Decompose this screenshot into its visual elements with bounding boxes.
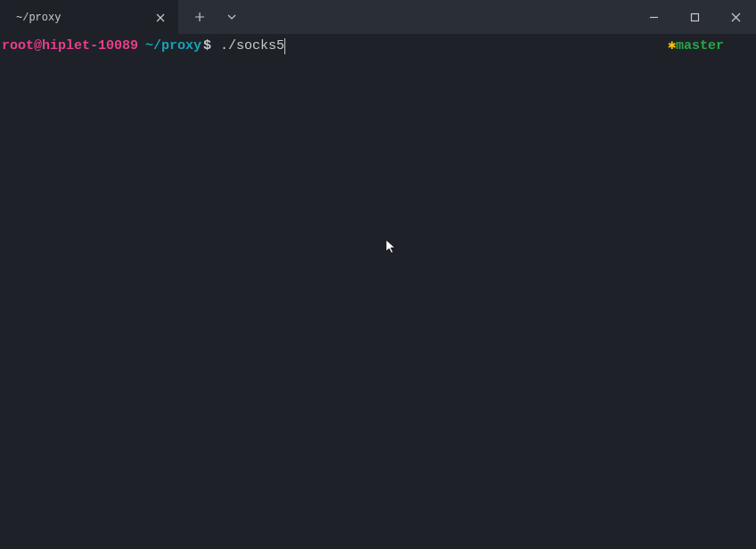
svg-rect-0 [691,13,698,20]
branch-name: master [676,38,724,53]
tab-proxy[interactable]: ~/proxy [0,0,178,34]
close-window-button[interactable] [715,0,756,34]
tab-actions [178,0,246,34]
close-icon [156,13,165,22]
maximize-icon [690,12,700,22]
chevron-down-icon [227,14,236,20]
tab-title: ~/proxy [16,12,61,24]
prompt-left: root@hiplet-10089 ~/proxy $ ./socks5 [2,37,285,55]
window-controls [633,0,756,34]
tabs-section: ~/proxy [0,0,246,34]
terminal-content[interactable]: root@hiplet-10089 ~/proxy $ ./socks5 ✱ma… [0,34,756,549]
mouse-cursor [385,239,398,261]
prompt-path: ~/proxy [145,37,201,55]
branch-dirty-indicator: ✱ [668,38,676,53]
command-input: ./socks5 [220,37,284,55]
prompt-line: root@hiplet-10089 ~/proxy $ ./socks5 ✱ma… [2,37,756,55]
prompt-user-host: root@hiplet-10089 [2,37,138,55]
maximize-button[interactable] [674,0,715,34]
new-tab-button[interactable] [185,3,214,31]
plus-icon [194,12,205,22]
close-icon [731,12,741,22]
close-tab-button[interactable] [153,11,168,25]
prompt-symbol: $ [203,37,211,55]
titlebar: ~/proxy [0,0,756,34]
git-branch-info: ✱master [668,37,724,55]
tab-dropdown-button[interactable] [218,3,246,31]
minimize-icon [649,12,659,22]
text-cursor [284,38,285,54]
minimize-button[interactable] [633,0,674,34]
